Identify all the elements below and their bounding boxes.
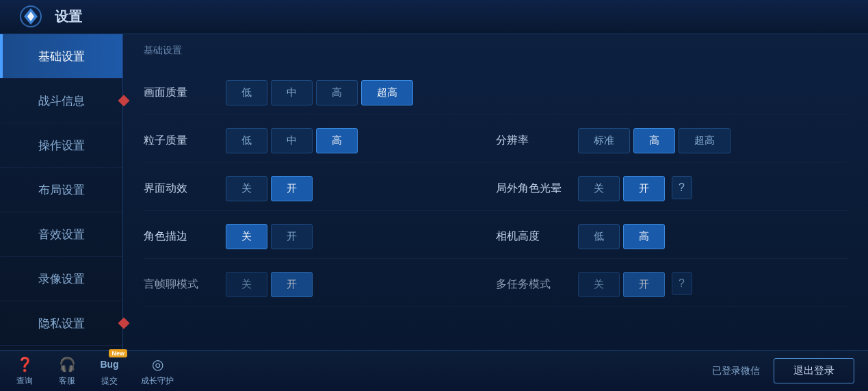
- sidebar-item-sound[interactable]: 音效设置: [0, 212, 122, 257]
- query-btn[interactable]: ❓ 查询: [14, 355, 36, 387]
- page-title: 设置: [55, 8, 82, 26]
- bug-new-badge: New: [109, 349, 127, 357]
- char-outline-on-btn[interactable]: 开: [271, 224, 313, 249]
- logo: [14, 3, 48, 31]
- query-label: 查询: [16, 375, 33, 387]
- sidebar-item-label-operation: 操作设置: [38, 138, 85, 153]
- camera-height-group: 低 高: [578, 224, 665, 249]
- particle-quality-label: 粒子质量: [144, 134, 226, 148]
- particle-high-btn[interactable]: 高: [316, 128, 358, 153]
- battle-chat-group: 关 开: [226, 272, 313, 297]
- sidebar-item-label-basic: 基础设置: [38, 49, 85, 64]
- graphics-quality-col: 画面质量 低 中 高 超高: [144, 80, 847, 105]
- resolution-label: 分辨率: [496, 134, 578, 148]
- support-btn[interactable]: 🎧 客服: [56, 355, 78, 387]
- logout-button[interactable]: 退出登录: [774, 358, 854, 383]
- outer-glow-group: 关 开 ?: [578, 176, 692, 201]
- resolution-standard-btn[interactable]: 标准: [578, 128, 630, 153]
- growth-icon: ◎: [146, 355, 168, 374]
- bug-icon: New Bug: [98, 355, 120, 374]
- camera-height-label: 相机高度: [496, 229, 578, 244]
- multitask-label: 多任务模式: [496, 277, 578, 292]
- outer-glow-help-btn[interactable]: ?: [672, 176, 692, 199]
- support-icon: 🎧: [56, 355, 78, 374]
- sidebar-item-record[interactable]: 录像设置: [0, 257, 122, 301]
- resolution-high-btn[interactable]: 高: [633, 128, 675, 153]
- outer-glow-on-btn[interactable]: 开: [623, 176, 665, 201]
- camera-height-col: 相机高度 低 高: [496, 224, 848, 249]
- ui-animation-on-btn[interactable]: 开: [271, 176, 313, 201]
- char-outline-label: 角色描边: [144, 229, 226, 244]
- sidebar-item-label-privacy: 隐私设置: [38, 316, 85, 331]
- ui-animation-label: 界面动效: [144, 181, 226, 196]
- support-label: 客服: [59, 375, 75, 387]
- query-icon: ❓: [14, 355, 36, 374]
- multitask-group: 关 开 ?: [578, 272, 692, 297]
- particle-low-btn[interactable]: 低: [226, 128, 267, 153]
- graphics-quality-row: 画面质量 低 中 高 超高: [144, 71, 847, 115]
- graphics-ultra-btn[interactable]: 超高: [361, 80, 413, 105]
- graphics-low-btn[interactable]: 低: [226, 80, 267, 105]
- section-title: 基础设置: [144, 45, 847, 60]
- sidebar: 基础设置 战斗信息 操作设置 布局设置 音效设置 录像设置 隐私设置 下载管理: [0, 34, 123, 350]
- resolution-ultra-btn[interactable]: 超高: [679, 128, 731, 153]
- sidebar-item-label-battle: 战斗信息: [38, 93, 85, 109]
- camera-low-btn[interactable]: 低: [578, 224, 620, 249]
- growth-label: 成长守护: [141, 375, 174, 387]
- bottom-right: 已登录微信 退出登录: [712, 358, 854, 383]
- logged-in-text: 已登录微信: [712, 365, 760, 377]
- multitask-help-btn[interactable]: ?: [672, 272, 692, 295]
- char-outline-col: 角色描边 关 开: [144, 224, 496, 249]
- ui-animation-row: 界面动效 关 开 局外角色光晕 关 开 ?: [144, 166, 847, 211]
- particle-quality-group: 低 中 高: [226, 128, 358, 153]
- bug-label: 提交: [101, 375, 118, 387]
- ui-animation-group: 关 开: [226, 176, 313, 201]
- sidebar-item-label-layout: 布局设置: [38, 182, 85, 198]
- graphics-quality-label: 画面质量: [144, 86, 226, 100]
- sidebar-item-layout[interactable]: 布局设置: [0, 168, 122, 212]
- particle-resolution-row: 粒子质量 低 中 高 分辨率 标准 高 超高: [144, 118, 847, 163]
- sidebar-item-operation[interactable]: 操作设置: [0, 123, 122, 168]
- particle-quality-col: 粒子质量 低 中 高: [144, 128, 496, 153]
- char-outline-group: 关 开: [226, 224, 313, 249]
- graphics-high-btn[interactable]: 高: [316, 80, 358, 105]
- battle-chat-off-btn[interactable]: 关: [226, 272, 267, 297]
- particle-mid-btn[interactable]: 中: [271, 128, 313, 153]
- bottom-actions: ❓ 查询 🎧 客服 New Bug 提交 ◎ 成长守护: [14, 355, 174, 387]
- multitask-col: 多任务模式 关 开 ?: [496, 272, 848, 297]
- bottom-bar: ❓ 查询 🎧 客服 New Bug 提交 ◎ 成长守护 已登录微信 退出登录: [0, 350, 868, 391]
- logo-icon: [17, 5, 44, 29]
- battle-chat-row: 言帧聊模式 关 开 多任务模式 关 开 ?: [144, 262, 847, 307]
- header: 设置: [0, 0, 868, 34]
- char-outline-off-btn[interactable]: 关: [226, 224, 267, 249]
- sidebar-item-privacy[interactable]: 隐私设置: [0, 301, 122, 346]
- outer-glow-col: 局外角色光晕 关 开 ?: [496, 176, 848, 201]
- resolution-group: 标准 高 超高: [578, 128, 731, 153]
- graphics-mid-btn[interactable]: 中: [271, 80, 313, 105]
- battle-chat-on-btn[interactable]: 开: [271, 272, 313, 297]
- growth-btn[interactable]: ◎ 成长守护: [141, 355, 174, 387]
- bug-submit-btn[interactable]: New Bug 提交: [98, 355, 120, 387]
- ui-animation-col: 界面动效 关 开: [144, 176, 496, 201]
- graphics-quality-group: 低 中 高 超高: [226, 80, 413, 105]
- camera-high-btn[interactable]: 高: [623, 224, 665, 249]
- sidebar-item-basic[interactable]: 基础设置: [0, 34, 122, 79]
- main-content: 基础设置 画面质量 低 中 高 超高 粒子质量 低 中 高: [123, 34, 868, 350]
- ui-animation-off-btn[interactable]: 关: [226, 176, 267, 201]
- multitask-on-btn[interactable]: 开: [623, 272, 665, 297]
- resolution-col: 分辨率 标准 高 超高: [496, 128, 848, 153]
- sidebar-item-label-record: 录像设置: [38, 271, 85, 287]
- battle-chat-label: 言帧聊模式: [144, 277, 226, 292]
- sidebar-item-battle[interactable]: 战斗信息: [0, 79, 122, 123]
- settings-grid: 画面质量 低 中 高 超高 粒子质量 低 中 高 分辨率: [144, 71, 847, 307]
- battle-chat-col: 言帧聊模式 关 开: [144, 272, 496, 297]
- outer-glow-off-btn[interactable]: 关: [578, 176, 620, 201]
- outer-glow-label: 局外角色光晕: [496, 181, 578, 196]
- sidebar-item-label-sound: 音效设置: [38, 227, 85, 242]
- multitask-off-btn[interactable]: 关: [578, 272, 620, 297]
- char-outline-row: 角色描边 关 开 相机高度 低 高: [144, 214, 847, 259]
